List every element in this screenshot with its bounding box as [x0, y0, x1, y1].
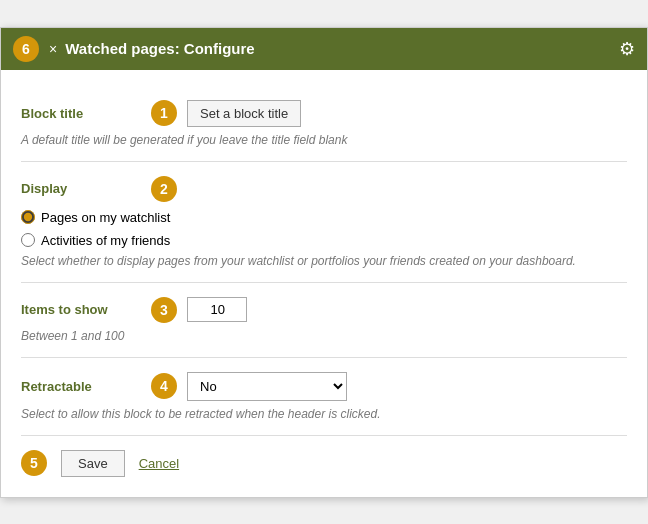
block-title-row: Block title 1 Set a block title	[21, 100, 627, 127]
set-block-title-button[interactable]: Set a block title	[187, 100, 301, 127]
header-badge: 6	[13, 36, 39, 62]
display-section: Display 2 Pages on my watchlist Activiti…	[21, 162, 627, 283]
display-badge: 2	[151, 176, 177, 202]
items-badge: 3	[151, 297, 177, 323]
items-row: Items to show 3	[21, 297, 627, 323]
items-input[interactable]	[187, 297, 247, 322]
retractable-label: Retractable	[21, 379, 141, 394]
retractable-hint: Select to allow this block to be retract…	[21, 407, 627, 421]
dialog-title: Watched pages: Configure	[65, 40, 611, 57]
cancel-button[interactable]: Cancel	[139, 456, 179, 471]
radio-friends-input[interactable]	[21, 233, 35, 247]
retractable-badge: 4	[151, 373, 177, 399]
dialog-header: 6 × Watched pages: Configure ⚙	[1, 28, 647, 70]
close-button[interactable]: ×	[49, 41, 57, 57]
gear-icon[interactable]: ⚙	[619, 38, 635, 60]
block-title-hint: A default title will be generated if you…	[21, 133, 627, 147]
radio-watchlist[interactable]: Pages on my watchlist	[21, 210, 627, 225]
items-hint: Between 1 and 100	[21, 329, 627, 343]
radio-friends[interactable]: Activities of my friends	[21, 233, 627, 248]
radio-friends-label: Activities of my friends	[41, 233, 170, 248]
display-label: Display	[21, 181, 141, 196]
footer-badge: 5	[21, 450, 47, 476]
footer-section: 5 Save Cancel	[21, 436, 627, 481]
radio-watchlist-label: Pages on my watchlist	[41, 210, 170, 225]
block-title-badge: 1	[151, 100, 177, 126]
display-hint: Select whether to display pages from you…	[21, 254, 627, 268]
block-title-section: Block title 1 Set a block title A defaul…	[21, 86, 627, 162]
display-header-row: Display 2	[21, 176, 627, 202]
retractable-select[interactable]: No Yes Retracted	[187, 372, 347, 401]
retractable-row: Retractable 4 No Yes Retracted	[21, 372, 627, 401]
configure-dialog: 6 × Watched pages: Configure ⚙ Block tit…	[0, 27, 648, 498]
items-label: Items to show	[21, 302, 141, 317]
radio-watchlist-input[interactable]	[21, 210, 35, 224]
retractable-section: Retractable 4 No Yes Retracted Select to…	[21, 358, 627, 436]
items-section: Items to show 3 Between 1 and 100	[21, 283, 627, 358]
block-title-label: Block title	[21, 106, 141, 121]
dialog-body: Block title 1 Set a block title A defaul…	[1, 70, 647, 497]
display-radio-group: Pages on my watchlist Activities of my f…	[21, 210, 627, 248]
save-button[interactable]: Save	[61, 450, 125, 477]
